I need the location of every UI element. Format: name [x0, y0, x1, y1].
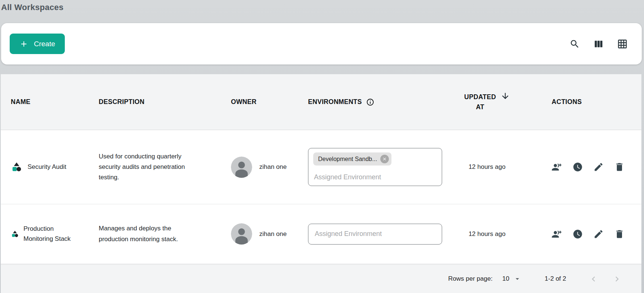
edit-pencil-icon[interactable]: [593, 229, 604, 239]
actions-cell: [529, 162, 641, 172]
header-updated-line2: AT: [476, 103, 485, 111]
history-clock-icon[interactable]: [572, 162, 583, 172]
environment-chip: Development Sandb...: [313, 152, 391, 166]
workspace-description-cell: Manages and deploys the production monit…: [92, 223, 225, 244]
share-user-add-icon[interactable]: [552, 162, 562, 172]
updated-at-cell: 12 hours ago: [445, 230, 529, 238]
environment-placeholder: Assigned Environment: [314, 230, 382, 238]
edit-pencil-icon[interactable]: [593, 162, 604, 172]
owner-avatar: [231, 157, 252, 178]
info-icon[interactable]: [366, 98, 374, 106]
actions-cell: [529, 229, 641, 239]
workspace-description: Manages and deploys the production monit…: [99, 223, 196, 244]
owner-name: zihan one: [259, 163, 287, 171]
environment-chip-label: Development Sandb...: [318, 156, 377, 163]
workspace-name: Production Monitoring Stack: [23, 224, 81, 244]
environment-select[interactable]: Development Sandb... Assigned Environmen…: [308, 148, 442, 186]
owner-avatar: [231, 223, 252, 245]
workspace-name-cell: Production Monitoring Stack: [1, 224, 92, 244]
environment-placeholder: Assigned Environment: [313, 173, 437, 181]
table-row: Production Monitoring Stack Manages and …: [1, 204, 641, 264]
rows-per-page-select[interactable]: 10: [502, 275, 521, 283]
workspaces-table: NAME DESCRIPTION OWNER ENVIRONMENTS UPDA…: [1, 74, 641, 293]
share-user-add-icon[interactable]: [552, 229, 562, 239]
toolbar: Create: [1, 23, 642, 64]
workspace-logo-icon: [11, 161, 22, 173]
toolbar-icon-group: [570, 39, 628, 49]
view-columns-icon[interactable]: [593, 39, 604, 49]
workspace-name-cell: Security Audit: [1, 161, 92, 173]
header-environments-label: ENVIRONMENTS: [308, 98, 362, 106]
workspace-description-cell: Used for conducting quarterly security a…: [92, 151, 225, 183]
table-header-row: NAME DESCRIPTION OWNER ENVIRONMENTS UPDA…: [1, 74, 641, 130]
chip-remove-icon[interactable]: [380, 155, 389, 163]
delete-trash-icon[interactable]: [614, 229, 625, 239]
sort-descending-arrow-icon[interactable]: [501, 91, 510, 101]
previous-page-button[interactable]: [589, 274, 599, 284]
delete-trash-icon[interactable]: [614, 162, 625, 172]
pagination-range: 1-2 of 2: [545, 275, 566, 283]
updated-at-cell: 12 hours ago: [445, 163, 529, 171]
environment-select[interactable]: Assigned Environment: [308, 224, 442, 245]
owner-name: zihan one: [259, 230, 287, 238]
updated-at-value: 12 hours ago: [469, 163, 505, 171]
workspace-name: Security Audit: [28, 162, 66, 172]
environments-cell: Assigned Environment: [302, 224, 445, 245]
workspace-logo-icon: [11, 230, 19, 238]
header-environments: ENVIRONMENTS: [302, 98, 445, 106]
table-row: Security Audit Used for conducting quart…: [1, 130, 641, 204]
header-updated-at: UPDATED AT: [445, 93, 529, 111]
caret-down-icon: [513, 275, 521, 283]
owner-cell: zihan one: [225, 223, 302, 245]
rows-per-page-label: Rows per page:: [448, 275, 492, 283]
plus-icon: [19, 40, 28, 48]
grid-view-icon[interactable]: [617, 39, 628, 49]
table-pagination: Rows per page: 10 1-2 of 2: [1, 264, 641, 293]
header-actions: ACTIONS: [529, 98, 641, 106]
create-button[interactable]: Create: [10, 34, 65, 54]
header-description: DESCRIPTION: [92, 98, 225, 106]
updated-at-value: 12 hours ago: [469, 230, 505, 238]
environments-cell: Development Sandb... Assigned Environmen…: [302, 148, 445, 186]
header-owner: OWNER: [225, 98, 302, 106]
workspace-description: Used for conducting quarterly security a…: [99, 151, 196, 183]
rows-per-page-value: 10: [502, 275, 509, 283]
header-name: NAME: [1, 98, 92, 106]
next-page-button[interactable]: [612, 274, 622, 284]
create-button-label: Create: [34, 40, 55, 48]
search-icon[interactable]: [570, 39, 580, 49]
owner-cell: zihan one: [225, 157, 302, 178]
history-clock-icon[interactable]: [572, 229, 583, 239]
page-title: All Workspaces: [0, 0, 644, 13]
header-updated-line1: UPDATED: [464, 93, 496, 101]
